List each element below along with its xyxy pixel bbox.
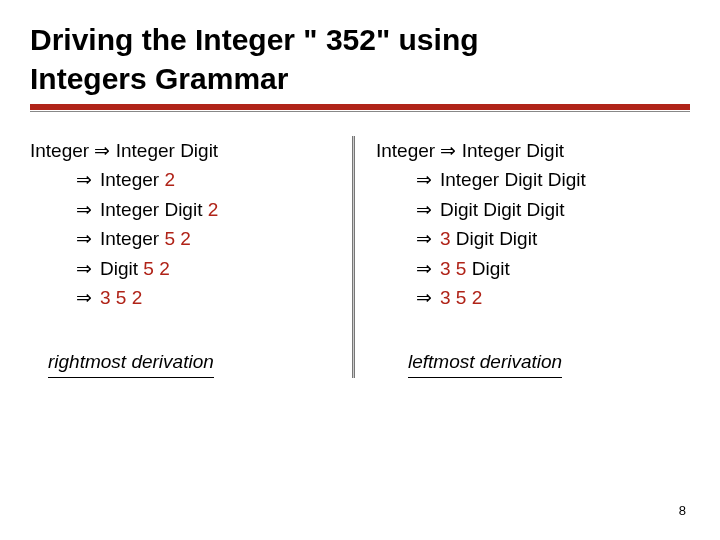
derivation-line: ⇒ Integer Digit 2 <box>30 195 344 224</box>
arrow-icon: ⇒ <box>30 195 100 224</box>
left-caption: rightmost derivation <box>48 347 214 378</box>
derivation-text: 3 5 2 <box>440 283 482 312</box>
derivation-text: Integer Digit Digit <box>440 165 586 194</box>
derivation-text: 3 5 2 <box>100 283 142 312</box>
derivation-line: ⇒ Integer Digit Digit <box>376 165 690 194</box>
slide-title: Driving the Integer " 352" using Integer… <box>30 20 690 98</box>
title-underline <box>30 104 690 112</box>
arrow-icon: ⇒ <box>376 224 440 253</box>
arrow-icon: ⇒ <box>376 165 440 194</box>
content-columns: Integer ⇒ Integer Digit ⇒ Integer 2⇒ Int… <box>30 136 690 378</box>
derivation-line: ⇒ Digit Digit Digit <box>376 195 690 224</box>
right-column: Integer ⇒ Integer Digit ⇒ Integer Digit … <box>356 136 690 378</box>
derivation-line: ⇒ 3 5 2 <box>376 283 690 312</box>
arrow-icon: ⇒ <box>376 195 440 224</box>
arrow-icon: ⇒ <box>30 283 100 312</box>
derivation-line: ⇒ 3 5 2 <box>30 283 344 312</box>
derivation-line: ⇒ 3 5 Digit <box>376 254 690 283</box>
derivation-text: Integer 2 <box>100 165 175 194</box>
arrow-icon: ⇒ <box>376 283 440 312</box>
arrow-icon: ⇒ <box>30 165 100 194</box>
derivation-first-line: Integer ⇒ Integer Digit <box>30 136 344 165</box>
arrow-icon: ⇒ <box>30 224 100 253</box>
derivation-text: Integer Digit 2 <box>100 195 218 224</box>
derivation-text: Digit 5 2 <box>100 254 170 283</box>
arrow-icon: ⇒ <box>30 254 100 283</box>
derivation-text: 3 Digit Digit <box>440 224 537 253</box>
derivation-first-line: Integer ⇒ Integer Digit <box>376 136 690 165</box>
derivation-text: Integer 5 2 <box>100 224 191 253</box>
derivation-line: ⇒ Integer 5 2 <box>30 224 344 253</box>
derivation-text: 3 5 Digit <box>440 254 510 283</box>
page-number: 8 <box>679 503 686 518</box>
left-column: Integer ⇒ Integer Digit ⇒ Integer 2⇒ Int… <box>30 136 350 378</box>
derivation-line: ⇒ Digit 5 2 <box>30 254 344 283</box>
derivation-text: Digit Digit Digit <box>440 195 565 224</box>
derivation-line: ⇒ 3 Digit Digit <box>376 224 690 253</box>
derivation-line: ⇒ Integer 2 <box>30 165 344 194</box>
right-caption: leftmost derivation <box>408 347 562 378</box>
arrow-icon: ⇒ <box>376 254 440 283</box>
